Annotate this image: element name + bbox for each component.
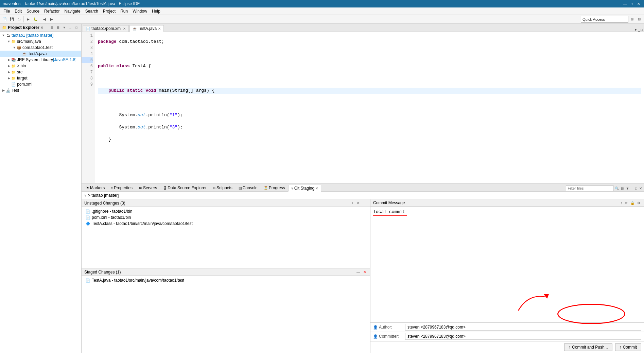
maximize-btn[interactable]: □ — [629, 1, 634, 6]
toolbar-new[interactable]: 📄 — [1, 16, 8, 23]
minimize-btn[interactable]: — — [622, 1, 628, 6]
unstaged-add-btn[interactable]: + — [350, 200, 355, 206]
code-line-8: System.out.println("3"); — [98, 124, 641, 130]
commit-message-area[interactable]: local commit — [370, 207, 644, 322]
menu-edit[interactable]: Edit — [13, 8, 24, 14]
git-staging-content: ⑂ > taotao [master] Unstaged Changes (3)… — [82, 192, 644, 353]
file-icon: 📄 — [86, 209, 90, 214]
tab-git-staging[interactable]: ⑂ Git Staging ✕ — [288, 185, 321, 192]
close-btn[interactable]: ✕ — [636, 1, 641, 6]
bottom-close[interactable]: ✕ — [639, 186, 643, 191]
toolbar-save-all[interactable]: 🗂 — [16, 16, 22, 23]
unstaged-menu-btn[interactable]: ☰ — [362, 200, 367, 206]
sidebar-collapse-btn[interactable]: ⊟ — [49, 25, 55, 30]
tab-max[interactable]: □ — [641, 28, 643, 32]
tab-pom-xml[interactable]: 📄 taotao1/pom.xml ✕ — [83, 25, 129, 32]
tree-item-test[interactable]: ▶ 🔬 Test — [0, 87, 81, 93]
author-input[interactable] — [405, 324, 641, 331]
tab-testa-java[interactable]: ☕ TestA.java ✕ — [129, 25, 164, 32]
menu-help[interactable]: Help — [150, 8, 162, 14]
git-left-panel: Unstaged Changes (3) + ✕ ☰ 📄 — [82, 199, 370, 353]
code-editor[interactable]: 1 2 3 4 5 6 7 8 9 package com.taotao1.te… — [82, 32, 644, 183]
tree-item-package[interactable]: ▼ 📦 com.taotao1.test — [0, 45, 81, 51]
code-line-4 — [98, 75, 641, 82]
quick-access-box[interactable]: Quick Access — [581, 16, 628, 23]
bottom-min[interactable]: _ — [630, 186, 634, 191]
tab-markers[interactable]: ⚑ Markers — [83, 184, 108, 191]
menu-source[interactable]: Source — [24, 8, 41, 14]
tree-item-pom[interactable]: ▶ 📄 pom.xml — [0, 81, 81, 87]
toolbar-save[interactable]: 💾 — [8, 16, 15, 23]
progress-label: Progress — [269, 186, 285, 190]
unstaged-file-3[interactable]: 🔷 TestA.class - taotao1/bin/src/main/jav… — [82, 220, 370, 227]
toolbar-view1[interactable]: ⊞ — [629, 16, 636, 23]
bottom-tab-controls: 🔍 ⊟ ▼ _ □ ✕ — [566, 185, 644, 191]
tab-view-menu[interactable]: ▼ — [634, 28, 637, 32]
bin-icon: 📁 — [11, 63, 16, 69]
committer-input[interactable] — [405, 333, 641, 340]
toolbar-debug[interactable]: 🐛 — [32, 16, 39, 23]
commit-and-push-button[interactable]: ↑ Commit and Push... — [564, 343, 612, 351]
staged-file-1[interactable]: 📄 TestA.java - taotao1/src/main/java/com… — [82, 277, 370, 283]
tab-snippets[interactable]: ✂ Snippets — [210, 184, 236, 191]
bottom-view-menu[interactable]: ▼ — [625, 186, 630, 191]
sidebar-expand-btn[interactable]: ⊞ — [55, 25, 61, 30]
toolbar-forward[interactable]: ▶ — [48, 16, 55, 23]
tab-properties[interactable]: ≡ Properties — [108, 184, 136, 191]
menu-navigate[interactable]: Navigate — [62, 8, 82, 14]
collapse-all-btn[interactable]: ⊟ — [620, 186, 624, 191]
tree-item-jre[interactable]: ▶ 📚 JRE System Library [JavaSE-1.8] — [0, 57, 81, 63]
toolbar-view2[interactable]: ⊟ — [636, 16, 643, 23]
menu-run[interactable]: Run — [118, 8, 130, 14]
git-tab-close[interactable]: ✕ — [315, 187, 318, 190]
unstaged-file-2[interactable]: 📄 pom.xml - taotao1/bin — [82, 214, 370, 220]
staged-remove-all-btn[interactable]: ✕ — [362, 269, 367, 275]
sidebar-min-btn[interactable]: _ — [68, 25, 73, 30]
commit-button[interactable]: ↑ Commit — [615, 343, 641, 351]
commit-icon-1[interactable]: ↑ — [620, 201, 623, 205]
menu-project[interactable]: Project — [101, 8, 118, 14]
line-num-8: 8 — [82, 75, 93, 82]
menu-refactor[interactable]: Refactor — [42, 8, 62, 14]
toolbar-run[interactable]: ▶ — [25, 16, 32, 23]
tab-data-source[interactable]: 🗄 Data Source Explorer — [160, 184, 210, 191]
toolbar-back[interactable]: ◀ — [41, 16, 48, 23]
tree-item-bin[interactable]: ▶ 📁 > bin — [0, 63, 81, 69]
snippets-icon: ✂ — [213, 186, 215, 190]
unstaged-remove-btn[interactable]: ✕ — [355, 200, 361, 206]
tree-item-target[interactable]: ▶ 📁 target — [0, 75, 81, 81]
menu-search[interactable]: Search — [83, 8, 100, 14]
unstaged-file-1[interactable]: 📄 .gitignore - taotao1/bin — [82, 208, 370, 214]
code-content[interactable]: package com.taotao1.test; public class T… — [95, 32, 644, 183]
menu-file[interactable]: File — [1, 8, 12, 14]
staged-file-icon: 📄 — [86, 278, 90, 283]
staged-filename-1: TestA.java - taotao1/src/main/java/com/t… — [92, 278, 184, 283]
push-icon: ↑ — [569, 345, 571, 350]
commit-icon-4[interactable]: ⚙ — [636, 201, 641, 205]
tab-servers[interactable]: 🖥 Servers — [136, 184, 160, 191]
bottom-max[interactable]: □ — [634, 186, 638, 191]
tab-progress[interactable]: ⏳ Progress — [261, 184, 288, 191]
commit-msg-header: Commit Message ↑ ✏ 🔒 ⚙ — [370, 199, 644, 207]
commit-icon-2[interactable]: ✏ — [624, 201, 629, 205]
filter-btn[interactable]: 🔍 — [614, 186, 620, 191]
commit-message-textarea[interactable]: local commit — [370, 207, 644, 322]
markers-label: Markers — [90, 186, 105, 190]
tree-item-taotao1[interactable]: ▼ 🗂 taotao1 [taotao master] — [0, 32, 81, 38]
java-tab-close[interactable]: ✕ — [158, 27, 161, 31]
menu-window[interactable]: Window — [130, 8, 149, 14]
code-line-5: public static void main(String[] args) { — [98, 88, 641, 94]
tab-min[interactable]: _ — [638, 28, 640, 32]
staged-remove-btn[interactable]: — — [355, 269, 361, 275]
commit-label: Commit — [623, 345, 637, 350]
filter-input[interactable] — [566, 185, 613, 191]
tab-console[interactable]: ▤ Console — [236, 184, 261, 191]
test-icon: 🔬 — [5, 88, 11, 93]
sidebar-menu-btn[interactable]: ▼ — [62, 25, 67, 30]
tree-item-testa-java[interactable]: ▶ ☕ TestA.java — [0, 51, 81, 57]
tree-item-src[interactable]: ▶ 📁 src — [0, 69, 81, 75]
pom-tab-close[interactable]: ✕ — [123, 27, 126, 31]
tree-item-src-main-java[interactable]: ▼ 📁 src/main/java — [0, 38, 81, 45]
sidebar-max-btn[interactable]: □ — [74, 25, 79, 30]
commit-icon-3[interactable]: 🔒 — [629, 201, 636, 205]
